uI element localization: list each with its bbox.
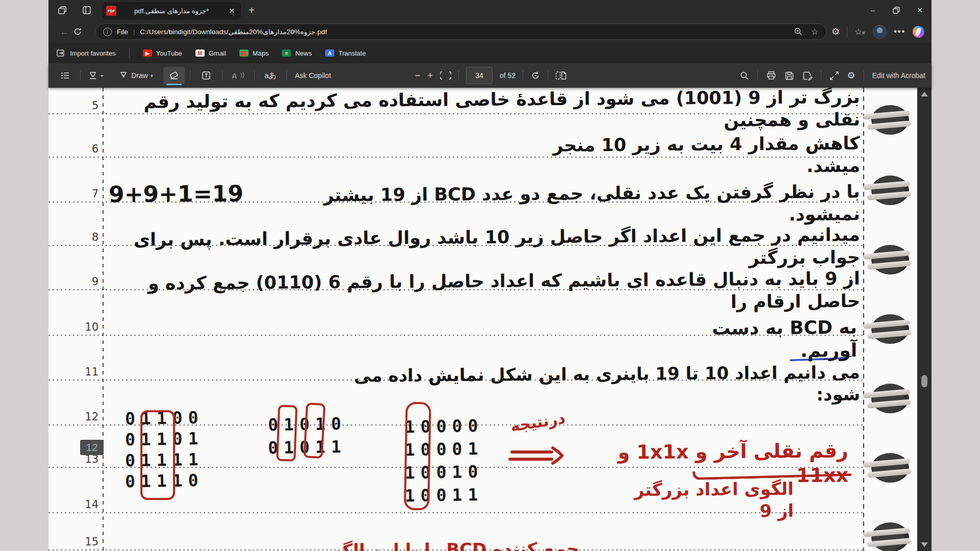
fit-to-width-icon[interactable] [440, 71, 451, 80]
ask-copilot-button[interactable]: Ask Copilot [292, 67, 334, 84]
minimize-button[interactable]: – [861, 0, 885, 20]
search-document-icon[interactable] [740, 71, 749, 81]
maps-favicon: ⬤ [239, 49, 249, 57]
divider [757, 70, 758, 81]
favorite-star-icon[interactable]: ☆ [811, 27, 819, 37]
favorite-item-gmail[interactable]: MGmail [195, 49, 226, 57]
restore-button[interactable] [885, 0, 908, 20]
add-text-icon[interactable] [195, 67, 217, 84]
pdf-zoom-page-controls: − + of 52 [415, 63, 567, 88]
page-number-input[interactable] [466, 67, 493, 84]
back-icon[interactable]: ← [56, 27, 73, 37]
favorites-list-icon[interactable]: ☆≡ [854, 27, 866, 37]
pdf-scrollbar[interactable] [917, 88, 932, 551]
page-count-label: of 52 [500, 71, 516, 80]
url-scheme-label: File [117, 28, 128, 36]
scroll-down-arrow[interactable] [921, 542, 928, 547]
print-icon[interactable] [766, 70, 776, 81]
pdf-page-canvas: 12 56789101112131415بزرگ تر از 9 (1001) … [48, 88, 932, 551]
spiral-binding-hole [866, 453, 911, 484]
eraser-button[interactable] [163, 67, 185, 84]
address-bar: ← i File | C:/Users/bindigit/Downloads/ج… [48, 20, 932, 43]
handwritten-line-11: می دانیم اعداد 10 تا 19 باینری به این شک… [330, 361, 861, 408]
settings-gear-icon[interactable]: ⚙ [847, 71, 855, 80]
favorite-label: Translate [338, 49, 366, 57]
favorite-label: YouTube [156, 49, 182, 57]
red-annotation-box [404, 402, 431, 511]
handwritten-line-10: به BCD به دست آوریم. [672, 316, 857, 363]
red-annotation-box [140, 410, 175, 500]
draw-pen-button[interactable]: Draw ▾ [115, 67, 156, 84]
more-menu-icon[interactable]: ••• [894, 27, 905, 36]
notebook-line-number: 7 [75, 188, 99, 200]
notebook-line-number: 14 [75, 498, 99, 511]
spiral-binding-hole [866, 314, 911, 345]
workspaces-icon[interactable] [78, 3, 95, 17]
browser-window: PDF *جزوه مدارهای منطقی.pdf ✕ + – ✕ ← i … [48, 0, 932, 551]
zoom-page-icon[interactable] [794, 27, 803, 36]
favorite-item-maps[interactable]: ⬤Maps [239, 49, 269, 57]
notebook-line-number: 10 [75, 321, 99, 333]
table-of-contents-icon[interactable] [55, 67, 76, 84]
save-as-icon[interactable] [802, 71, 813, 81]
notebook-line-number: 13 [75, 453, 99, 465]
divider [80, 70, 81, 81]
divider [821, 70, 821, 81]
url-text: C:/Users/bindigit/Downloads/جزوه%20مداره… [140, 28, 793, 36]
tab-title: *جزوه مدارهای منطقی.pdf [116, 7, 227, 15]
url-omnibox[interactable]: i File | C:/Users/bindigit/Downloads/جزو… [95, 23, 826, 40]
spiral-binding-hole [866, 522, 911, 551]
zoom-out-icon[interactable]: − [415, 71, 421, 80]
tab-actions-icon[interactable] [54, 3, 71, 17]
translate-page-icon[interactable]: aあ [260, 67, 281, 84]
handwritten-line-6: کاهش مقدار 4 بیت به زیر 10 منجر میشد. [510, 133, 861, 180]
title-bar: PDF *جزوه مدارهای منطقی.pdf ✕ + – ✕ [48, 0, 932, 20]
divider [523, 70, 523, 81]
browser-actions: ⚙ ☆≡ ••• [831, 25, 924, 39]
handwritten-red-conclusion: درنتیجه [501, 408, 567, 437]
save-icon[interactable] [785, 71, 794, 81]
scroll-up-arrow[interactable] [921, 92, 928, 96]
extension-gear-icon[interactable]: ⚙ [831, 27, 840, 36]
page-info-icon[interactable]: i [103, 28, 112, 36]
fullscreen-icon[interactable] [829, 71, 839, 81]
pdf-toolbar: ▾ Draw ▾ A aあ Ask Copilot [48, 63, 932, 88]
read-aloud-icon[interactable]: A [228, 67, 249, 84]
tab-close-icon[interactable]: ✕ [227, 7, 237, 15]
import-favorites-icon [57, 49, 66, 57]
favorite-item-import-favorites[interactable]: Import favorites [57, 49, 116, 57]
red-annotation-box [276, 405, 298, 461]
page-view-icon[interactable] [555, 71, 567, 80]
profile-avatar[interactable] [873, 25, 887, 39]
divider [222, 70, 223, 81]
divider [864, 70, 864, 81]
close-window-button[interactable]: ✕ [908, 0, 932, 20]
notebook-line-number: 12 [75, 411, 99, 423]
red-implies-arrow [508, 445, 569, 469]
active-tab[interactable]: PDF *جزوه مدارهای منطقی.pdf ✕ [102, 2, 241, 19]
favorite-item-translate[interactable]: ATranslate [325, 49, 366, 57]
handwritten-line-9: از 9 باید به دنبال قاعده ای باشیم که اعد… [90, 268, 861, 318]
spiral-binding-hole [866, 105, 911, 136]
favorite-item-news[interactable]: ≡News [282, 49, 312, 57]
pdf-file-actions: ⚙ Edit with Acrobat [740, 63, 925, 88]
divider [286, 70, 287, 81]
favorite-item-youtube[interactable]: ▶YouTube [143, 49, 182, 57]
spiral-binding-hole [866, 176, 911, 206]
copilot-icon[interactable] [913, 26, 924, 38]
divider [847, 27, 847, 37]
favorite-label: Gmail [209, 49, 226, 57]
new-tab-button[interactable]: + [249, 4, 255, 16]
draw-label: Draw [131, 71, 148, 80]
zoom-in-icon[interactable]: + [428, 71, 433, 80]
refresh-icon[interactable] [73, 27, 90, 36]
news-favicon: ≡ [282, 49, 291, 57]
notebook-line-number: 11 [75, 366, 99, 378]
edit-with-acrobat-button[interactable]: Edit with Acrobat [872, 71, 925, 80]
favorite-label: News [295, 49, 312, 57]
red-annotation-box [303, 403, 326, 459]
favorite-label: Import favorites [70, 49, 116, 57]
scrollbar-thumb[interactable] [921, 375, 927, 387]
rotate-page-icon[interactable] [530, 70, 541, 81]
highlighter-icon[interactable]: ▾ [85, 67, 106, 84]
